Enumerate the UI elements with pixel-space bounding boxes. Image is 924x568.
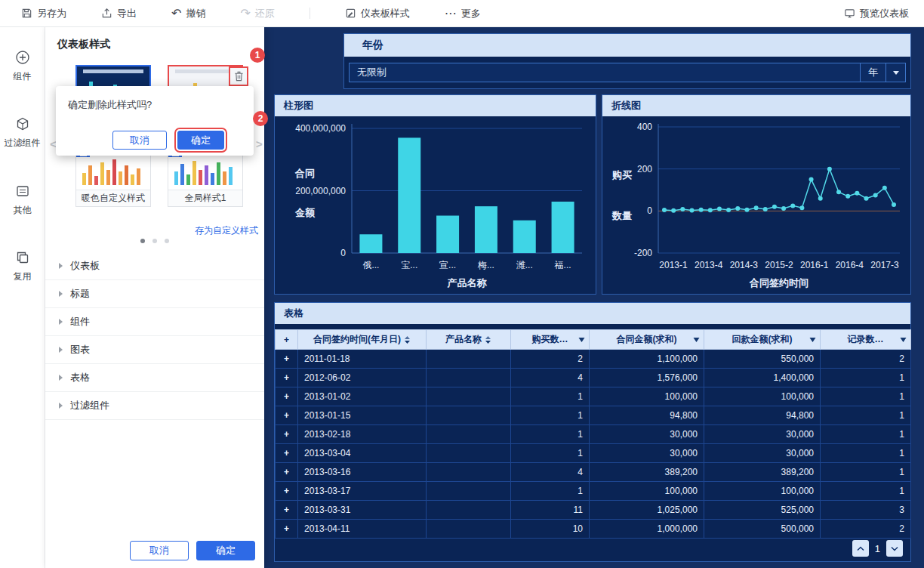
rail-item-other[interactable]: 其他 [2, 184, 44, 215]
section-chart[interactable]: 图表 [45, 336, 264, 364]
bar[interactable] [475, 206, 497, 253]
data-point[interactable] [699, 208, 704, 212]
page-up-button[interactable] [852, 540, 869, 557]
data-point[interactable] [836, 190, 841, 194]
table-row: +2013-03-04130,00030,0001 [276, 444, 911, 463]
carousel-dot[interactable] [152, 239, 157, 243]
data-point[interactable] [726, 208, 731, 212]
theme-thumbnail-global-1[interactable]: 全局样式1 [168, 147, 243, 207]
column-header-expand[interactable]: + [276, 330, 298, 350]
panel-cancel-button[interactable]: 取消 [130, 541, 189, 560]
expand-row-button[interactable]: + [276, 482, 298, 501]
data-point[interactable] [873, 193, 878, 197]
export-button[interactable]: 导出 [101, 7, 137, 20]
style-panel-title: 仪表板样式 [45, 27, 264, 57]
redo-button[interactable]: ↷ 还原 [240, 7, 274, 20]
panel-title: 柱形图 [284, 99, 313, 113]
section-filter-component[interactable]: 过滤组件 [45, 392, 264, 420]
chevron-right-icon[interactable]: > [256, 137, 263, 150]
section-table[interactable]: 表格 [45, 364, 264, 392]
save-custom-style-link[interactable]: 存为自定义样式 [195, 224, 258, 237]
rail-item-filter-component[interactable]: 过滤组件 [2, 116, 44, 148]
sort-icon [404, 335, 411, 344]
data-point[interactable] [772, 205, 777, 209]
column-header[interactable]: 回款金额(求和) [704, 330, 821, 350]
data-point[interactable] [735, 206, 740, 211]
rail-item-reuse[interactable]: 复用 [2, 250, 44, 282]
save-as-button[interactable]: 另存为 [21, 7, 66, 20]
bar[interactable] [398, 137, 420, 253]
trash-icon [234, 71, 244, 82]
theme-thumbnail-warm-custom[interactable]: 暖色自定义样式 [75, 147, 151, 207]
x-tick-label: 2014-3 [730, 260, 759, 270]
dashboard-style-button[interactable]: 仪表板样式 [345, 7, 410, 20]
rail-item-component[interactable]: 组件 [2, 50, 44, 82]
data-point[interactable] [680, 207, 685, 211]
bar[interactable] [513, 221, 536, 253]
data-point[interactable] [744, 208, 749, 212]
dashboard-style-panel: 仪表板样式 < > [45, 27, 264, 568]
data-point[interactable] [717, 207, 722, 211]
data-point[interactable] [781, 206, 786, 211]
expand-row-button[interactable]: + [276, 444, 298, 463]
data-point[interactable] [845, 194, 850, 199]
carousel-dot[interactable] [165, 239, 169, 243]
expand-row-button[interactable]: + [276, 406, 298, 425]
year-filter-dropdown[interactable]: 无限制 年 [349, 63, 906, 82]
data-point[interactable] [671, 208, 676, 213]
carousel-dot[interactable] [140, 239, 145, 243]
expand-row-button[interactable]: + [276, 463, 298, 482]
data-point[interactable] [882, 186, 887, 190]
data-point[interactable] [864, 196, 869, 201]
x-tick-label: 2016-4 [836, 260, 864, 270]
data-point[interactable] [855, 191, 859, 196]
x-tick-label: 俄... [362, 260, 379, 270]
expand-row-button[interactable]: + [276, 501, 298, 520]
expand-row-button[interactable]: + [276, 387, 298, 406]
table-cell: 4 [511, 369, 590, 387]
expand-row-button[interactable]: + [276, 520, 298, 539]
data-point[interactable] [809, 178, 814, 182]
expand-row-button[interactable]: + [276, 425, 298, 444]
data-point[interactable] [689, 208, 694, 212]
data-point[interactable] [763, 207, 768, 211]
data-point[interactable] [708, 208, 713, 212]
table-cell: 2013-04-11 [298, 520, 427, 539]
data-point[interactable] [892, 202, 896, 207]
data-point[interactable] [818, 196, 823, 201]
left-rail: 组件 过滤组件 其他 复用 [0, 27, 45, 568]
undo-button[interactable]: ↶ 撤销 [171, 7, 205, 20]
expand-row-button[interactable]: + [276, 350, 298, 369]
bar[interactable] [436, 216, 459, 254]
chevron-right-icon [59, 403, 63, 409]
popup-cancel-button[interactable]: 取消 [112, 131, 167, 150]
data-point[interactable] [790, 203, 795, 208]
card-lines-icon [15, 184, 30, 199]
data-point[interactable] [754, 205, 759, 210]
panel-confirm-button[interactable]: 确定 [196, 541, 255, 560]
section-component[interactable]: 组件 [45, 308, 264, 336]
column-header[interactable]: 合同金额(求和) [590, 330, 704, 350]
filter-icon [578, 337, 585, 342]
data-point[interactable] [799, 205, 804, 210]
table-cell: 94,800 [704, 406, 821, 425]
preview-dashboard-button[interactable]: 预览仪表板 [844, 7, 909, 20]
bar[interactable] [359, 234, 382, 253]
carousel-dots [45, 239, 264, 243]
delete-style-button[interactable] [229, 66, 248, 86]
section-dashboard[interactable]: 仪表板 [45, 252, 264, 280]
data-point[interactable] [827, 167, 832, 171]
column-header[interactable]: 记录数… [821, 330, 911, 350]
x-tick-label: 2015-2 [765, 260, 793, 270]
popup-confirm-button[interactable]: 确定 [177, 131, 224, 150]
section-title[interactable]: 标题 [45, 280, 264, 308]
column-header[interactable]: 购买数… [511, 330, 590, 350]
expand-row-button[interactable]: + [276, 369, 298, 387]
chevron-down-icon[interactable] [886, 63, 905, 82]
column-header[interactable]: 合同签约时间(年月日) [298, 330, 427, 350]
more-button[interactable]: ⋯ 更多 [445, 7, 481, 20]
column-header[interactable]: 产品名称 [427, 330, 511, 350]
bar[interactable] [552, 202, 574, 253]
data-point[interactable] [662, 208, 667, 212]
page-down-button[interactable] [886, 540, 903, 557]
